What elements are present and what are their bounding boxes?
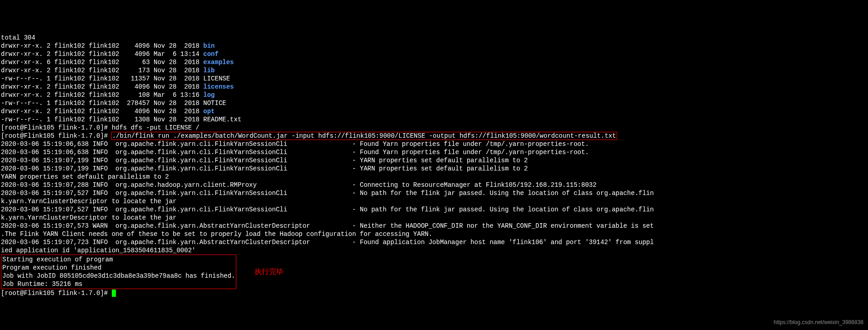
result-line: Job Runtime: 35216 ms (2, 280, 235, 288)
log-line: 2020-03-06 15:19:07,288 INFO org.apache.… (1, 181, 867, 189)
file-name: opt (203, 108, 215, 115)
ls-row: drwxr-xr-x. 2 flink102 flink102 4096 Nov… (1, 42, 867, 50)
log-line: YARN properties set default parallelism … (1, 173, 867, 181)
log-line: 2020-03-06 15:19:07,199 INFO org.apache.… (1, 156, 867, 165)
ls-row: drwxr-xr-x. 2 flink102 flink102 4096 Mar… (1, 50, 867, 58)
ls-row: -rw-r--r--. 1 flink102 flink102 278457 N… (1, 99, 867, 107)
ls-row: drwxr-xr-x. 2 flink102 flink102 4096 Nov… (1, 107, 867, 115)
prompt: [root@Flink105 flink-1.7.0]# (1, 124, 112, 131)
file-name: licenses (203, 83, 234, 90)
log-line: 2020-03-06 15:19:07,573 WARN org.apache.… (1, 222, 867, 230)
log-line: k.yarn.YarnClusterDescriptor to locate t… (1, 214, 867, 222)
annotation-label: 执行完毕 (254, 268, 284, 276)
prompt: [root@Flink105 flink-1.7.0]# (1, 290, 112, 297)
result-line: Job with JobID 805105cd0e3d1c3dba8e3a39b… (2, 272, 235, 280)
ls-row: drwxr-xr-x. 2 flink102 flink102 173 Nov … (1, 66, 867, 75)
file-name: conf (203, 50, 219, 58)
file-name: log (203, 91, 215, 99)
highlighted-command: ./bin/flink run ./examples/batch/WordCou… (112, 132, 617, 140)
log-line: 2020-03-06 15:19:06,638 INFO org.apache.… (1, 140, 867, 148)
ls-row: -rw-r--r--. 1 flink102 flink102 1308 Nov… (1, 115, 867, 124)
result-line: Program execution finished (2, 264, 235, 272)
result-box: Starting execution of programProgram exe… (1, 255, 236, 289)
ls-row: -rw-r--r--. 1 flink102 flink102 11357 No… (1, 75, 867, 83)
cursor (112, 290, 116, 297)
log-line: .The Flink YARN Client needs one of thes… (1, 230, 867, 238)
file-name: bin (203, 42, 215, 50)
file-name: README.txt (203, 116, 241, 123)
prompt-line-1: [root@Flink105 flink-1.7.0]# hdfs dfs -p… (1, 124, 867, 132)
log-line: ied application id 'application_15835046… (1, 246, 867, 255)
terminal-output[interactable]: total 304drwxr-xr-x. 2 flink102 flink102… (1, 34, 867, 297)
file-name: LICENSE (203, 75, 230, 82)
file-name: lib (203, 67, 215, 74)
ls-row: drwxr-xr-x. 6 flink102 flink102 63 Nov 2… (1, 58, 867, 66)
ls-row: drwxr-xr-x. 2 flink102 flink102 4096 Nov… (1, 83, 867, 91)
log-line: 2020-03-06 15:19:07,199 INFO org.apache.… (1, 165, 867, 173)
file-name: examples (203, 59, 234, 66)
watermark: https://blog.csdn.net/weixin_3986838 (774, 318, 863, 326)
total-line: total 304 (1, 34, 867, 42)
command: hdfs dfs -put LICENSE / (112, 124, 200, 131)
log-line: k.yarn.YarnClusterDescriptor to locate t… (1, 197, 867, 205)
prompt-line-2: [root@Flink105 flink-1.7.0]# ./bin/flink… (1, 132, 867, 140)
result-line: Starting execution of program (2, 255, 235, 264)
ls-row: drwxr-xr-x. 2 flink102 flink102 108 Mar … (1, 91, 867, 99)
prompt: [root@Flink105 flink-1.7.0]# (1, 132, 112, 140)
file-name: NOTICE (203, 100, 226, 107)
prompt-line-3[interactable]: [root@Flink105 flink-1.7.0]# (1, 289, 867, 297)
log-line: 2020-03-06 15:19:06,638 INFO org.apache.… (1, 148, 867, 156)
log-line: 2020-03-06 15:19:07,527 INFO org.apache.… (1, 189, 867, 197)
log-line: 2020-03-06 15:19:07,723 INFO org.apache.… (1, 238, 867, 246)
log-line: 2020-03-06 15:19:07,527 INFO org.apache.… (1, 205, 867, 214)
